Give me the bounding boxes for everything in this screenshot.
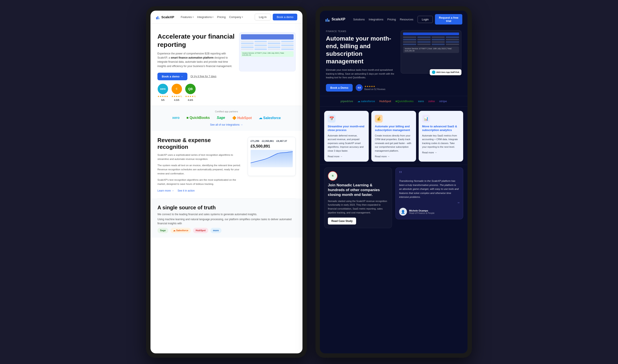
right-logo: ScaleXP [325,17,345,22]
partners-logos: xero ■ QuickBooks Sage 🔶 HubSpot ☁ Sales… [157,116,296,120]
quote-text: Transitioning Nomadic to the ScaleXP pla… [399,179,459,199]
right-rating-reviews: Based on 52 Reviews [364,88,385,91]
hero-description: Experience the power of comprehensive B2… [157,52,235,68]
partners-title: Certified app partners [157,110,296,113]
hero-cta-button[interactable]: Book a demo → [157,73,187,80]
right-login-button[interactable]: Login [418,16,433,23]
partners-section: Certified app partners xero ■ QuickBooks… [151,106,302,131]
testimonial-section: N Join Nomadic Learning & hundreds of ot… [320,165,467,232]
xero-stars: ★★★★★ [157,95,168,98]
right-rating-info: ★★★★★ Based on 52 Reviews [364,85,385,91]
nomadic-logo: N [328,171,337,181]
svg-rect-1 [157,16,158,19]
partner-qb: ■ QuickBooks [187,116,210,120]
right-nav-resources[interactable]: Resources [400,18,413,21]
nav-features[interactable]: Features ▾ [181,15,193,19]
read-case-study-button[interactable]: Read Case Study [328,218,356,224]
partner-sage: Sage [217,116,225,120]
chart-num-3: £8,467.37 [276,140,287,142]
revenue-para3: ScaleXP's text recognition algorithms ar… [157,178,243,186]
feature-desc-2: Create invoices directly from your CRM d… [375,134,412,153]
left-logo: ScaleXP [156,15,174,19]
right-nav-integrations[interactable]: Integrations [369,18,384,21]
read-more-3[interactable]: Read more → [422,151,460,154]
feature-title-1: Streamline your month-end close process [328,125,365,132]
chart-total: £5,500,891 [251,144,293,149]
nav-integrations[interactable]: Integrations ▾ [197,15,214,19]
author-avatar: 👤 [399,208,407,216]
svg-rect-5 [328,20,329,22]
right-hero-description: Eliminate your most tedious tasks from m… [326,68,396,80]
book-demo-button[interactable]: Book a demo [273,14,297,20]
partner-stripe: stripe [439,100,447,103]
partner-hubspot: 🔶 HubSpot [232,116,252,120]
finance-badge: FINANCE TEAMS [326,30,396,33]
right-dashboard-preview: Invoice Service: £770877 | Due: 19th Jul… [401,30,461,74]
nav-pricing[interactable]: Pricing [217,15,226,19]
quote-side: " Transitioning Nomadic to the ScaleXP p… [395,168,463,220]
quote-end-mark: " [399,202,459,206]
ratings-row: xero ★★★★★ 5/5 C ★★★★½ 4.5/5 QB ★★★★½ 4.… [157,84,235,101]
xero-staff-pick-badge: 2023 Xero App Staff Pick [430,69,461,75]
feature-icon-3: 📊 [422,115,430,123]
int-hubspot: HubSpot [193,228,208,233]
hero-image: Invoice Service: £770877 | Due: 19th Jul… [239,32,296,101]
feature-cards: 📅 Streamline your month-end close proces… [320,106,467,165]
nomadic-body: Nomadic started using the ScaleXP revenu… [328,199,388,215]
quote-author: 👤 Michele Ocampo Head of Finance & Peopl… [399,208,459,216]
left-screen: ScaleXP Features ▾ Integrations ▾ Pricin… [151,11,302,353]
author-info: Michele Ocampo Head of Finance & People [409,209,435,214]
chart-numbers: £71,296 £2,350,861 £8,467.37 [251,140,293,142]
capterra-logo: C [172,84,182,94]
right-nav-pricing[interactable]: Pricing [387,18,396,21]
nomadic-heading: Join Nomadic Learning & hundreds of othe… [328,183,388,197]
see-all-link[interactable]: See all of our integrations → [210,123,243,126]
feature-icon-1: 📅 [328,115,335,123]
int-more: more [210,228,221,233]
right-hero-text: FINANCE TEAMS Automate your month-end, b… [326,30,396,91]
single-source-para1: We connect to the leading financial and … [157,212,296,217]
read-more-1[interactable]: Read more → [328,155,365,158]
feature-card-3: 📊 Move to advanced SaaS & subscription a… [419,111,463,162]
right-nav-solutions[interactable]: Solutions [353,18,365,21]
left-nav-links: Features ▾ Integrations ▾ Pricing Compan… [181,15,250,19]
author-name: Michele Ocampo [409,209,435,212]
revenue-para2: The system reads all text on an invoice,… [157,163,243,176]
quickbooks-logo: QB [185,84,196,94]
right-partners: pipedrive ☁ salesforce HubSpot ■QuickBoo… [320,96,467,106]
feature-title-3: Move to advanced SaaS & subscription ana… [422,125,460,132]
right-rating-badge: 4.8 ★★★★★ Based on 52 Reviews [356,84,385,91]
right-rating-stars: ★★★★★ [364,85,385,88]
right-screen: ScaleXP Solutions Integrations Pricing R… [320,11,467,353]
hero-title: Accelerate your financial reporting [157,32,235,49]
left-nav-actions: Log in Book a demo [255,14,297,20]
capterra-score: 4.5/5 [174,99,179,101]
partner-salesforce-right: ☁ salesforce [357,100,375,103]
capterra-rating: C ★★★★½ 4.5/5 [171,84,182,101]
int-sage: Sage [157,228,168,233]
revenue-title: Revenue & expense recognition [157,137,243,150]
xero-badge-icon [432,70,435,74]
feature-card-1: 📅 Streamline your month-end close proces… [324,111,369,162]
integration-logos: Sage ☁ Salesforce HubSpot more [157,228,296,233]
capterra-stars: ★★★★½ [171,95,182,98]
hero-secondary-link[interactable]: Or try it free for 7 days [191,75,216,78]
see-in-action-link[interactable]: See it in action [178,189,195,192]
single-source-para2: Using machine learning and natural langu… [157,217,296,226]
nav-company[interactable]: Company ▾ [229,15,243,19]
read-more-2[interactable]: Read more → [375,155,412,158]
dashboard-preview: Invoice Service: £770877 | Due: 19th Jul… [239,32,296,71]
quote-mark: " [399,171,459,177]
single-source-title: A single source of truth [157,205,296,211]
right-demo-button[interactable]: Book a Demo [326,84,353,91]
right-device: ScaleXP Solutions Integrations Pricing R… [316,6,472,358]
right-trial-button[interactable]: Request a free trial [435,14,462,25]
learn-more-link[interactable]: Learn more → [157,189,174,192]
partner-salesforce: ☁ Salesforce [259,116,281,120]
left-navbar: ScaleXP Features ▾ Integrations ▾ Pricin… [151,11,302,24]
chart-area [251,150,293,167]
feature-card-2: 💰 Automate your billing and subscription… [371,111,416,162]
see-all-integrations: See all of our integrations → [157,123,296,127]
partner-hubspot-right: HubSpot [379,100,391,103]
login-button[interactable]: Log in [255,14,271,20]
